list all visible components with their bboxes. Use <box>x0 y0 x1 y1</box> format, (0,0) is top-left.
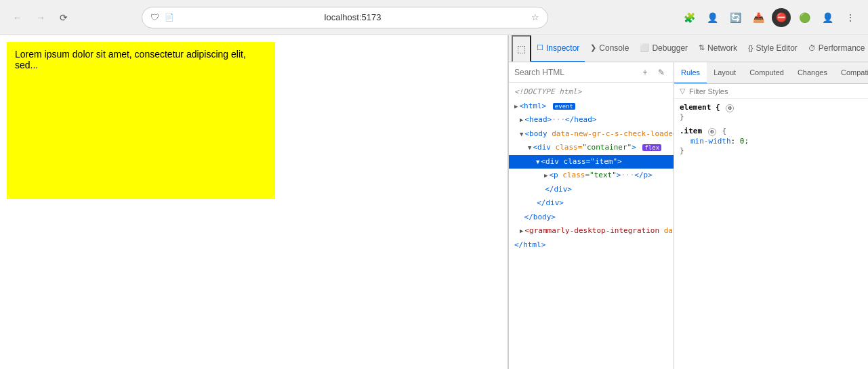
layout-tab-label: Layout <box>714 68 736 77</box>
yellow-box: Lorem ipsum dolor sit amet, consectetur … <box>7 42 275 199</box>
css-prop-min-width: min-width: 0; <box>680 136 868 146</box>
flex-badge: flex <box>642 144 661 151</box>
rules-tab-label: Rules <box>681 68 700 77</box>
extensions-icon[interactable]: 🧩 <box>680 8 699 27</box>
tab-compatibility[interactable]: Compatibility <box>834 62 868 84</box>
bookmark-icon[interactable]: ☆ <box>531 12 539 22</box>
profile-icon[interactable]: 👤 <box>818 8 837 27</box>
lorem-text: Lorem ipsum dolor sit amet, consectetur … <box>15 49 267 70</box>
reload-button[interactable]: ⟳ <box>54 8 73 27</box>
devtools-panel: ⬚ ☐ Inspector ❯ Console ⬜ Debugger ⇅ Net… <box>508 35 868 369</box>
tree-close-inner-div: </div> <box>509 183 674 197</box>
style-editor-tab-label: Style Editor <box>756 43 797 53</box>
tab-network[interactable]: ⇅ Network <box>693 35 743 62</box>
inspector-tab-icon: ☐ <box>537 43 543 52</box>
event-badge: event <box>553 103 575 110</box>
devtools-body: + ✎ <!DOCTYPE html> ▶<html> event ▶<head… <box>509 62 868 369</box>
inspector-tab-label: Inspector <box>546 43 579 53</box>
tab-debugger[interactable]: ⬜ Debugger <box>634 35 693 62</box>
debugger-tab-icon: ⬜ <box>640 43 649 52</box>
css-rule-item-selector-line: .item ⚙ { inline:8 <box>680 127 868 136</box>
changes-tab-label: Changes <box>798 68 827 77</box>
tree-close-html: </html> <box>509 238 674 253</box>
account-icon[interactable]: 👤 <box>703 8 722 27</box>
rules-filter-bar: ▽ :hov .cls + ☀ 🌙 🖨 <box>674 84 868 99</box>
forward-button[interactable]: → <box>31 8 50 27</box>
pick-node-button[interactable]: ✎ <box>655 66 668 79</box>
html-tree: <!DOCTYPE html> ▶<html> event ▶<head>···… <box>509 83 674 369</box>
rules-tabs: Rules Layout Computed Changes Compatibil… <box>674 62 868 84</box>
css-rule-item: .item ⚙ { inline:8 min-width: 0; } <box>680 127 868 155</box>
tree-html[interactable]: ▶<html> event <box>509 100 674 114</box>
css-close-brace: } <box>680 112 868 121</box>
browser-chrome: ← → ⟳ 🛡 📄 localhost:5173 ☆ 🧩 👤 🔄 📥 ⛔ 🟢 👤… <box>0 0 868 35</box>
performance-tab-label: Performance <box>819 43 865 53</box>
html-panel: + ✎ <!DOCTYPE html> ▶<html> event ▶<head… <box>509 62 674 369</box>
rules-panel: Rules Layout Computed Changes Compatibil… <box>674 62 868 369</box>
css-rules-content: element { ⚙ inline } .item ⚙ { inline:8 <box>674 99 868 369</box>
tree-body[interactable]: ▼<body data-new-gr-c-s-check-loaded="8.9… <box>509 127 674 142</box>
downloads-icon[interactable]: 📥 <box>749 8 768 27</box>
css-rule-selector-line: element { ⚙ inline <box>680 103 868 112</box>
console-tab-icon: ❯ <box>590 43 596 52</box>
rule-settings-icon[interactable]: ⚙ <box>726 104 734 112</box>
tab-console[interactable]: ❯ Console <box>585 35 634 62</box>
debugger-tab-label: Debugger <box>652 43 688 53</box>
main-layout: Lorem ipsum dolor sit amet, consectetur … <box>0 35 868 369</box>
network-tab-icon: ⇅ <box>699 43 705 52</box>
collapse-html[interactable]: ▶ <box>514 102 518 112</box>
url-display: localhost:5173 <box>180 12 526 22</box>
back-button[interactable]: ← <box>8 8 27 27</box>
html-search-icons: + ✎ <box>638 66 668 79</box>
address-bar[interactable]: 🛡 📄 localhost:5173 ☆ <box>142 7 548 28</box>
grammarly-icon[interactable]: 🟢 <box>795 8 814 27</box>
pick-element-icon: ⬚ <box>517 43 526 54</box>
devtools-ext-icon[interactable]: ⛔ <box>772 8 791 27</box>
search-html-input[interactable] <box>514 68 634 77</box>
sync-icon[interactable]: 🔄 <box>726 8 745 27</box>
html-search-bar: + ✎ <box>509 62 674 83</box>
tree-doctype: <!DOCTYPE html> <box>509 85 674 100</box>
tree-grammarly[interactable]: ▶<grammarly-desktop-integration data-gra… <box>509 224 674 238</box>
network-tab-label: Network <box>707 43 737 53</box>
tree-close-container-div: </div> <box>509 196 674 211</box>
tab-inspector[interactable]: ☐ Inspector <box>531 35 585 62</box>
console-tab-label: Console <box>599 43 629 53</box>
filter-styles-input[interactable] <box>689 87 868 95</box>
computed-tab-label: Computed <box>749 68 784 77</box>
devtools-pick-element[interactable]: ⬚ <box>512 35 531 62</box>
devtools-toolbar: ⬚ ☐ Inspector ❯ Console ⬜ Debugger ⇅ Net… <box>509 35 868 62</box>
css-item-close-brace: } <box>680 146 868 155</box>
css-rule-element: element { ⚙ inline } <box>680 103 868 121</box>
tab-layout[interactable]: Layout <box>707 62 743 84</box>
style-editor-tab-icon: {} <box>748 44 753 52</box>
tree-p-text[interactable]: ▶<p class="text">···</p> <box>509 169 674 183</box>
add-node-button[interactable]: + <box>638 66 652 79</box>
tab-performance[interactable]: ⏱ Performance <box>803 35 868 62</box>
tree-close-body: </body> <box>509 211 674 225</box>
tab-rules[interactable]: Rules <box>674 62 707 84</box>
tab-changes[interactable]: Changes <box>791 62 834 84</box>
tree-head[interactable]: ▶<head>···</head> <box>509 113 674 127</box>
compatibility-tab-label: Compatibility <box>841 68 868 77</box>
tab-style-editor[interactable]: {} Style Editor <box>743 35 803 62</box>
performance-tab-icon: ⏱ <box>808 44 816 52</box>
nav-buttons: ← → ⟳ <box>8 8 73 27</box>
item-rule-settings-icon[interactable]: ⚙ <box>708 128 716 136</box>
menu-icon[interactable]: ⋮ <box>841 8 860 27</box>
shield-icon: 🛡 <box>150 12 159 22</box>
page-icon: 📄 <box>165 13 174 22</box>
page-content: Lorem ipsum dolor sit amet, consectetur … <box>0 35 508 369</box>
tab-computed[interactable]: Computed <box>743 62 791 84</box>
filter-icon: ▽ <box>680 87 685 95</box>
tree-container-div[interactable]: ▼<div class="container"> flex <box>509 141 674 155</box>
toolbar-right: 🧩 👤 🔄 📥 ⛔ 🟢 👤 ⋮ <box>680 8 860 27</box>
tree-item-div[interactable]: ▼<div class="item"> <box>509 155 674 169</box>
